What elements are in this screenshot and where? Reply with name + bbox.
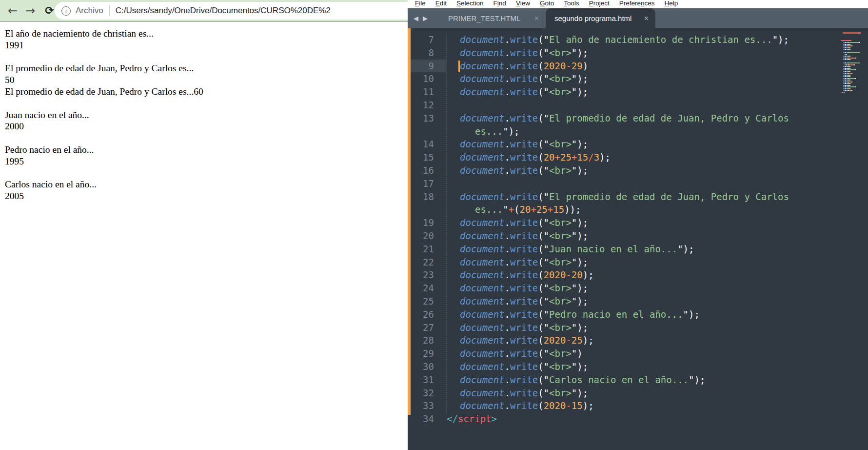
code-line[interactable]: 12 <box>408 99 868 112</box>
reload-icon[interactable]: ⟳ <box>45 5 54 16</box>
menu-view[interactable]: View <box>511 0 535 8</box>
code-line[interactable]: 15document.write(20+25+15/3); <box>408 151 868 164</box>
page-text-line: El año de naciemiento de christian es... <box>5 28 408 40</box>
line-number: 21 <box>411 243 441 256</box>
tab-close-icon[interactable]: × <box>531 14 546 23</box>
line-number: 26 <box>411 308 441 321</box>
page-text-line: El promedio de edad de Juan, Pedro y Car… <box>5 86 408 98</box>
line-number: 7 <box>411 33 441 46</box>
page-text-line: 50 <box>5 74 408 86</box>
tab-prev-icon[interactable]: ◀ <box>414 15 418 22</box>
code-line[interactable]: 34</script> <box>408 412 868 426</box>
editor-tabbar: ◀▶ PRIMER_TEST.HTML×segundo programa.htm… <box>408 8 868 28</box>
code-area[interactable]: 7document.write("El año de naciemiento d… <box>408 28 868 450</box>
line-number: 29 <box>411 347 441 360</box>
code-line[interactable]: 16document.write("<br>"); <box>408 164 868 177</box>
page-text-line: 2000 <box>5 121 408 132</box>
line-number: 8 <box>411 46 441 60</box>
line-number: 24 <box>411 282 441 295</box>
info-icon[interactable]: i <box>61 6 71 16</box>
code-line[interactable]: 23document.write(2020-20); <box>408 268 868 282</box>
minimap-code-block <box>841 42 866 93</box>
browser-window: ← → ⟳ i Archivo C:/Users/sandy/OneDrive/… <box>0 0 408 450</box>
code-line[interactable]: 8document.write("<br>"); <box>408 46 868 60</box>
code-line[interactable]: 11document.write("<br>"); <box>408 85 868 99</box>
code-line[interactable]: es..."+(20+25+15)); <box>408 203 868 216</box>
code-line[interactable]: 7document.write("El año de naciemiento d… <box>408 33 868 46</box>
code-line[interactable]: 30document.write("<br>"); <box>408 360 868 373</box>
minimap[interactable] <box>841 32 866 93</box>
url-scheme-label: Archivo <box>76 6 103 16</box>
page-text-line: Carlos nacio en el año... <box>5 179 408 190</box>
line-number: 28 <box>411 334 441 347</box>
menu-file[interactable]: File <box>410 0 431 8</box>
page-text-line <box>5 132 408 144</box>
code-line[interactable]: 22document.write("<br>"); <box>408 256 868 269</box>
tab-next-icon[interactable]: ▶ <box>423 15 428 22</box>
browser-toolbar: ← → ⟳ i Archivo C:/Users/sandy/OneDrive/… <box>0 0 408 22</box>
page-text-line: 1995 <box>5 156 408 167</box>
line-number: 22 <box>411 256 441 269</box>
page-text-line <box>5 167 408 179</box>
forward-icon[interactable]: → <box>25 5 35 17</box>
line-number: 17 <box>411 177 441 190</box>
tab-segundo-programa-html[interactable]: segundo programa.html× <box>546 8 655 28</box>
code-line[interactable]: 10document.write("<br>"); <box>408 72 868 85</box>
rendered-page: El año de naciemiento de christian es...… <box>5 28 408 202</box>
code-line[interactable]: 28document.write(2020-25); <box>408 334 868 347</box>
code-line[interactable]: 19document.write("<br>"); <box>408 216 868 229</box>
code-line[interactable]: 33document.write(2020-15); <box>408 399 868 412</box>
code-line[interactable]: 32document.write("<br>"); <box>408 387 868 400</box>
code-line[interactable]: 25document.write("<br>"); <box>408 295 868 308</box>
editor-menubar: FileEditSelectionFindViewGotoToolsProjec… <box>408 0 868 8</box>
code-line[interactable]: 14document.write("<br>"); <box>408 138 868 151</box>
line-number: 31 <box>411 373 441 387</box>
code-line[interactable]: 18document.write("El promedio de edad de… <box>408 190 868 204</box>
tab-scroll-nav: ◀▶ <box>408 8 433 28</box>
code-line[interactable]: 24document.write("<br>"); <box>408 282 868 295</box>
line-number: 16 <box>411 164 441 177</box>
line-number <box>411 203 441 216</box>
menu-goto[interactable]: Goto <box>535 0 559 8</box>
menu-find[interactable]: Find <box>489 0 511 8</box>
page-text-line: 2005 <box>5 190 408 202</box>
code-line[interactable]: 13document.write("El promedio de edad de… <box>408 112 868 125</box>
line-number: 14 <box>411 138 441 151</box>
tab-label: segundo programa.html <box>554 14 640 22</box>
page-text-line: 1991 <box>5 40 408 51</box>
line-number: 18 <box>411 190 441 204</box>
page-text-line <box>5 51 408 63</box>
code-line[interactable]: 26document.write("Pedro nacio en el año.… <box>408 308 868 321</box>
line-number: 25 <box>411 295 441 308</box>
code-line[interactable]: 9document.write(2020-29) <box>408 60 868 73</box>
back-icon[interactable]: ← <box>8 5 18 17</box>
tab-primer-test-html[interactable]: PRIMER_TEST.HTML× <box>433 8 546 28</box>
address-bar[interactable]: i Archivo C:/Users/sandy/OneDrive/Docume… <box>55 2 408 20</box>
menu-edit[interactable]: Edit <box>431 0 452 8</box>
code-line[interactable]: 29document.write("<br>") <box>408 347 868 360</box>
menu-project[interactable]: Project <box>584 0 614 8</box>
code-line[interactable]: 31document.write("Carlos nacio en el año… <box>408 373 868 387</box>
code-line[interactable]: es..."); <box>408 125 868 138</box>
code-rows: 7document.write("El año de naciemiento d… <box>408 33 868 426</box>
line-number: 12 <box>411 99 441 112</box>
url-text: C:/Users/sandy/OneDrive/Documentos/CURSO… <box>116 6 331 16</box>
line-number: 10 <box>411 72 441 85</box>
tab-label: PRIMER_TEST.HTML <box>448 14 531 22</box>
tab-close-icon[interactable]: × <box>640 14 655 23</box>
code-line[interactable]: 27document.write("<br>"); <box>408 321 868 334</box>
line-number: 15 <box>411 151 441 164</box>
menu-tools[interactable]: Tools <box>559 0 584 8</box>
line-number: 13 <box>411 112 441 125</box>
minimap-meta-line <box>843 32 861 34</box>
code-line[interactable]: 20document.write("<br>"); <box>408 229 868 243</box>
menu-preferences[interactable]: Preferences <box>614 0 660 8</box>
line-number: 23 <box>411 268 441 282</box>
menu-help[interactable]: Help <box>660 0 683 8</box>
page-text-line: Juan nacio en el año... <box>5 109 408 121</box>
line-number <box>411 125 441 138</box>
code-line[interactable]: 21document.write("Juan nacio en el año..… <box>408 243 868 256</box>
code-line[interactable]: 17 <box>408 177 868 190</box>
menu-selection[interactable]: Selection <box>452 0 489 8</box>
line-number: 27 <box>411 321 441 334</box>
